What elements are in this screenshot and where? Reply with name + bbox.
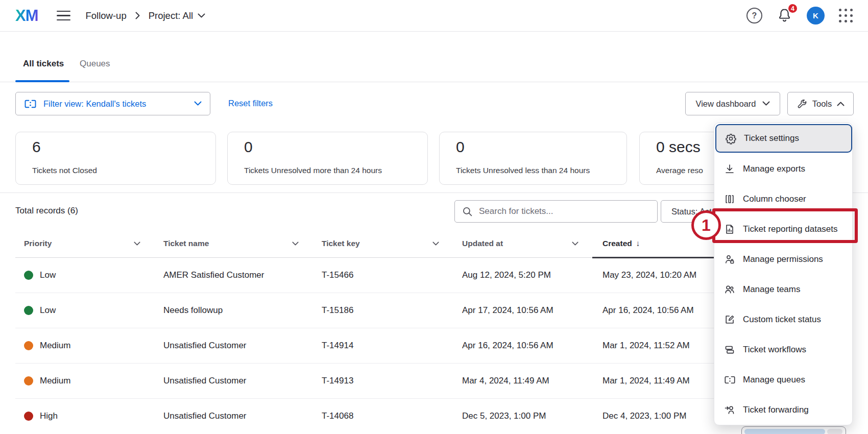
app-root: XM Follow-up Project: All ? 4 K All <box>0 0 868 434</box>
priority-dot <box>24 341 33 350</box>
menu-item-label: Custom ticket status <box>743 315 821 325</box>
cell-ticket-key: T-15466 <box>322 270 353 280</box>
total-records-label: Total records (6) <box>15 206 78 216</box>
cell-priority: High <box>40 411 58 421</box>
horizontal-scrollbar[interactable] <box>741 426 846 434</box>
stat-label: Tickets not Closed <box>32 166 97 175</box>
notifications-button[interactable]: 4 <box>777 7 792 24</box>
search-input[interactable] <box>479 206 632 216</box>
gear-icon <box>725 133 737 144</box>
search-box[interactable] <box>454 200 658 223</box>
report-document-icon <box>724 224 736 235</box>
priority-dot <box>24 271 33 280</box>
cell-priority: Low <box>40 270 56 280</box>
cell-created: Mar 1, 2024, 11:49 AM <box>602 376 690 386</box>
cell-ticket-key: T-15186 <box>322 305 353 316</box>
column-header-ticket-key[interactable]: Ticket key <box>322 239 360 248</box>
filter-view-dropdown[interactable]: Filter view: Kendall's tickets <box>15 92 210 115</box>
stat-card-unresolved-more-24h: 0 Tickets Unresolved more than 24 hours <box>227 132 428 185</box>
cell-priority: Medium <box>40 341 70 351</box>
menu-item-label: Ticket workflows <box>743 345 806 355</box>
menu-item-label: Manage permissions <box>743 254 823 264</box>
cell-ticket-key: T-14913 <box>322 376 353 386</box>
chevron-down-icon <box>198 13 205 18</box>
menu-item-label: Manage teams <box>743 284 800 295</box>
hamburger-menu-icon[interactable] <box>57 11 70 21</box>
column-header-created[interactable]: Created ↓ <box>602 239 640 248</box>
stat-label: Average reso <box>656 166 703 175</box>
sort-descending-arrow-icon: ↓ <box>636 239 640 248</box>
stat-value: 0 secs <box>656 138 701 156</box>
tools-label: Tools <box>812 99 832 109</box>
edit-icon <box>724 314 736 325</box>
scrollbar-track <box>827 429 842 434</box>
ticket-icon <box>724 375 736 384</box>
stat-value: 0 <box>456 138 465 156</box>
menu-item-ticket-workflows[interactable]: Ticket workflows <box>715 334 852 365</box>
menu-item-custom-ticket-status[interactable]: Custom ticket status <box>715 304 852 334</box>
cell-updated-at: Aug 12, 2024, 5:20 PM <box>462 270 551 280</box>
user-lock-icon <box>724 254 736 265</box>
top-bar-actions: ? 4 K <box>746 7 853 25</box>
column-header-updated-at[interactable]: Updated at <box>462 239 503 248</box>
menu-item-manage-exports[interactable]: Manage exports <box>715 154 852 184</box>
chevron-down-icon[interactable] <box>572 242 578 246</box>
menu-item-ticket-forwarding[interactable]: Ticket forwarding <box>715 395 852 425</box>
column-header-priority[interactable]: Priority <box>24 239 52 248</box>
scrollbar-thumb[interactable] <box>744 429 825 434</box>
cell-updated-at: Apr 17, 2024, 10:56 AM <box>462 305 553 316</box>
xm-logo: XM <box>15 7 38 25</box>
stat-value: 0 <box>244 138 253 156</box>
annotation-step-number: 1 <box>691 210 721 240</box>
tab-all-tickets[interactable]: All tickets <box>23 59 64 69</box>
chevron-down-icon[interactable] <box>432 242 439 246</box>
chevron-up-icon <box>837 101 845 106</box>
cell-created: Apr 16, 2024, 10:56 AM <box>602 305 694 316</box>
stat-card-unresolved-less-24h: 0 Tickets Unresolved less than 24 hours <box>439 132 627 185</box>
chevron-down-icon <box>194 101 202 106</box>
menu-item-manage-permissions[interactable]: Manage permissions <box>715 244 852 274</box>
cell-ticket-name: Unsatisfied Customer <box>163 376 247 386</box>
cell-ticket-name: Unsatisfied Customer <box>163 341 247 351</box>
avatar[interactable]: K <box>807 7 825 25</box>
menu-item-label: Column chooser <box>743 194 806 204</box>
filter-view-label: Filter view: Kendall's tickets <box>43 99 146 109</box>
menu-item-manage-queues[interactable]: Manage queues <box>715 365 852 395</box>
cell-ticket-name: Needs followup <box>163 305 223 316</box>
chevron-right-icon <box>135 11 140 20</box>
wrench-icon <box>797 99 807 109</box>
cell-priority: Low <box>40 305 56 316</box>
cell-ticket-key: T-14068 <box>322 411 353 421</box>
menu-item-label: Manage queues <box>743 375 805 385</box>
app-switcher-icon[interactable] <box>839 9 853 22</box>
menu-item-column-chooser[interactable]: Column chooser <box>715 184 852 214</box>
view-dashboard-label: View dashboard <box>695 99 756 109</box>
cell-created: May 23, 2024, 10:20 AM <box>602 270 696 280</box>
users-icon <box>724 284 736 295</box>
tab-queues[interactable]: Queues <box>80 59 110 69</box>
column-header-ticket-name[interactable]: Ticket name <box>163 239 209 248</box>
cell-ticket-key: T-14914 <box>322 341 353 351</box>
breadcrumb-project-label: Project: All <box>149 10 193 21</box>
tools-button[interactable]: Tools <box>787 92 854 115</box>
menu-item-ticket-settings[interactable]: Ticket settings <box>715 124 852 153</box>
breadcrumb-project-name[interactable]: Follow-up <box>86 10 127 21</box>
view-dashboard-button[interactable]: View dashboard <box>685 92 780 115</box>
help-icon[interactable]: ? <box>746 8 762 23</box>
breadcrumb-project-selector[interactable]: Project: All <box>149 10 205 21</box>
stat-card-tickets-not-closed: 6 Tickets not Closed <box>15 132 216 185</box>
reset-filters-link[interactable]: Reset filters <box>228 99 273 108</box>
layers-icon <box>724 344 736 355</box>
chevron-down-icon[interactable] <box>134 242 140 246</box>
chevron-down-icon <box>762 101 770 106</box>
cell-updated-at: Mar 4, 2024, 11:49 AM <box>462 376 549 386</box>
top-bar: XM Follow-up Project: All ? 4 K <box>0 0 868 32</box>
chevron-down-icon[interactable] <box>292 242 299 246</box>
menu-item-ticket-reporting-datasets[interactable]: Ticket reporting datasets <box>715 214 852 244</box>
menu-item-label: Ticket reporting datasets <box>743 224 838 234</box>
priority-dot <box>24 376 33 385</box>
priority-dot <box>24 412 33 421</box>
menu-item-manage-teams[interactable]: Manage teams <box>715 274 852 304</box>
cell-priority: Medium <box>40 376 70 386</box>
stat-label: Tickets Unresolved more than 24 hours <box>244 166 382 175</box>
